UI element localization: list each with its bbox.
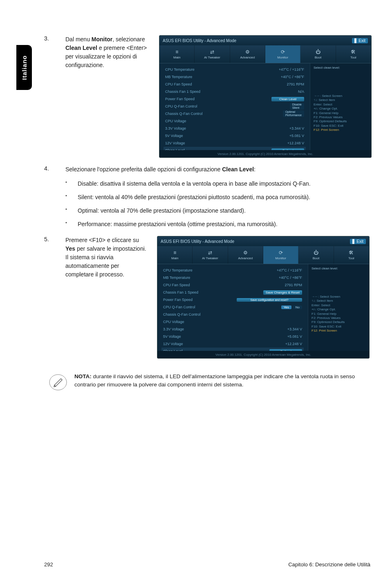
bios-tabs: ≡Main⇄Ai Tweaker⚙Advanced⟳Monitor⏻Boot🛠T… — [159, 45, 371, 63]
bios-row: CPU Temperature+47°C / +116°F — [164, 66, 306, 73]
bios-row: 12V Voltage+12.248 V — [161, 340, 304, 348]
step-number: 4. — [44, 165, 54, 174]
bios-tab-monitor: ⟳Monitor — [263, 246, 298, 264]
bullet-item: • Silent: ventola al 40% delle prestazio… — [44, 193, 371, 202]
bios-row: Power Fan SpeedClean Level — [164, 95, 306, 103]
note-pencil-icon — [48, 373, 68, 392]
bullet-item: • Optimal: ventola al 70% delle prestazi… — [44, 206, 371, 215]
bullet-item: • Performance: massime prestazioni vento… — [44, 220, 371, 229]
step-5: 5. Premere <F10> e cliccare su Yes per s… — [44, 236, 371, 359]
bios-row: 5V Voltage+5.081 V — [161, 333, 304, 340]
bullet-text: Performance: massime prestazioni ventola… — [78, 220, 371, 229]
bullet-dot: • — [65, 206, 69, 215]
bios-row: MB Temperature+40°C / +86°F — [161, 274, 304, 281]
bios-row: 3.3V Voltage+3.344 V — [161, 325, 304, 333]
bios-row: Chassis Fan 1 SpeedN/A — [164, 88, 306, 95]
bios-tab-advanced: ⚙Advanced — [228, 246, 263, 264]
bios-tab-boot: ⏻Boot — [300, 45, 336, 63]
bullet-text: Silent: ventola al 40% delle prestazioni… — [78, 193, 371, 202]
bios-left-panel: CPU Temperature+47°C / +116°FMB Temperat… — [157, 264, 308, 351]
bios-tab-main: ≡Main — [159, 45, 195, 63]
language-tab-label: Italiano — [21, 55, 28, 80]
bios-header: ASUS EFI BIOS Utility - Advanced Mode▋ E… — [157, 236, 369, 246]
bios-screenshot-2: ASUS EFI BIOS Utility - Advanced Mode▋ E… — [157, 236, 370, 359]
tab-icon: ⚙ — [242, 250, 248, 256]
step-3: 3. Dal menu Monitor, selezionare Clean L… — [44, 35, 371, 158]
bios-row: 5V Voltage+5.081 V — [164, 132, 306, 139]
bios-options-popup: Disable Silent — [290, 103, 304, 109]
step-5-text: Premere <F10> e cliccare su Yes per salv… — [65, 236, 147, 359]
bullet-list: • Disable: disattiva il sistema della ve… — [44, 180, 371, 229]
bios-body: CPU Temperature+47°C / +116°FMB Temperat… — [159, 63, 371, 150]
tab-icon: ⏻ — [315, 49, 321, 55]
bios-left-panel: CPU Temperature+47°C / +116°FMB Temperat… — [159, 63, 310, 150]
note-box: NOTA: durante il riavvio del sistema, il… — [44, 373, 371, 392]
bullet-item: • Disable: disattiva il sistema della ve… — [44, 180, 371, 188]
bios-right-panel: Select clean level:→←: Select Screen↑↓: … — [310, 63, 371, 150]
bios-row: Chassis Q-Fan ControlOptimal Performance — [164, 110, 306, 117]
bios-row: CPU Fan Speed2791 RPM — [164, 81, 306, 88]
step-3-text: Dal menu Monitor, selezionare Clean Leve… — [65, 35, 149, 158]
tab-icon: ≡ — [174, 49, 180, 55]
step-number: 3. — [44, 35, 54, 158]
bios-dropdown: Save Changes & Reset — [263, 290, 302, 295]
tab-icon: ⟳ — [278, 250, 284, 256]
tab-icon: ⇄ — [207, 250, 213, 256]
bios-row: Power Fan SpeedSave configuration and re… — [161, 296, 304, 303]
tab-icon: 🛠 — [350, 49, 356, 55]
tab-icon: ⇄ — [209, 49, 215, 55]
step-number: 5. — [44, 236, 54, 359]
page-content: 3. Dal menu Monitor, selezionare Clean L… — [44, 35, 371, 392]
step-4: 4. Selezionare l'opzione preferita dalle… — [44, 165, 371, 174]
tab-icon: ⏻ — [313, 250, 319, 256]
bios-header: ASUS EFI BIOS Utility - Advanced Mode▋ E… — [159, 36, 371, 45]
bios-row: CPU Q-Fan ControlDisable Silent — [164, 103, 306, 110]
tab-icon: ⟳ — [280, 49, 286, 55]
bios-row: Chassis Fan 1 SpeedSave Changes & Reset — [161, 289, 304, 296]
bios-body: CPU Temperature+47°C / +116°FMB Temperat… — [157, 264, 369, 351]
page-number: 292 — [44, 561, 53, 568]
bios-row: Chassis Q-Fan Control — [161, 311, 304, 318]
bios-tab-boot: ⏻Boot — [298, 246, 334, 264]
bios-dropdown: Clean Level — [271, 97, 304, 101]
bios-row: CPU Voltage — [164, 117, 306, 125]
bios-dialog: Save configuration and reset? — [237, 298, 302, 302]
yes-button: Yes — [281, 305, 291, 309]
tab-icon: ≡ — [172, 250, 178, 256]
bios-row: MB Temperature+40°C / +86°F — [164, 73, 306, 81]
bios-footer: Version 2.00.1201. Copyright (C) 2010 Am… — [157, 351, 369, 358]
bios-tab-advanced: ⚙Advanced — [230, 45, 265, 63]
bios-row: CPU Fan Speed2791 RPM — [161, 281, 304, 289]
bios-tab-tool: 🛠Tool — [336, 45, 371, 63]
tab-icon: 🛠 — [348, 250, 354, 256]
bios-footer: Version 2.00.1201. Copyright (C) 2010 Am… — [159, 150, 371, 157]
bios-screenshot-1: ASUS EFI BIOS Utility - Advanced Mode▋ E… — [159, 35, 372, 158]
step-4-text: Selezionare l'opzione preferita dalle op… — [65, 165, 371, 174]
bios-tab-monitor: ⟳Monitor — [265, 45, 300, 63]
bios-tabs: ≡Main⇄Ai Tweaker⚙Advanced⟳Monitor⏻Boot🛠T… — [157, 246, 369, 264]
bios-tab-tool: 🛠Tool — [334, 246, 369, 264]
bios-row: CPU Q-Fan ControlYesNo — [161, 303, 304, 311]
language-tab: Italiano — [16, 45, 32, 90]
bios-right-panel: Select clean level:→←: Select Screen↑↓: … — [308, 264, 369, 351]
bios-row: CPU Voltage — [161, 318, 304, 325]
bullet-text: Disable: disattiva il sistema della vent… — [78, 180, 371, 188]
bios-row: 12V Voltage+12.248 V — [164, 139, 306, 147]
no-button: No — [293, 305, 302, 309]
bios-tab-ai-tweaker: ⇄Ai Tweaker — [195, 45, 230, 63]
svg-point-0 — [49, 375, 67, 390]
bullet-dot: • — [65, 220, 69, 229]
bullet-text: Optimal: ventola al 70% delle prestazion… — [78, 206, 371, 215]
bullet-dot: • — [65, 180, 69, 188]
bios-row: CPU Temperature+47°C / +116°F — [161, 267, 304, 274]
tab-icon: ⚙ — [244, 49, 250, 55]
chapter-title: Capitolo 6: Descrizione delle Utilità — [288, 561, 370, 568]
bios-tab-ai-tweaker: ⇄Ai Tweaker — [193, 246, 228, 264]
bios-options-popup: Optimal Performance — [283, 110, 304, 117]
note-text: NOTA: durante il riavvio del sistema, il… — [74, 373, 367, 388]
page-footer: 292 Capitolo 6: Descrizione delle Utilit… — [44, 561, 370, 568]
bios-tab-main: ≡Main — [157, 246, 193, 264]
bullet-dot: • — [65, 193, 69, 202]
bios-row: 3.3V Voltage+3.344 V — [164, 125, 306, 132]
